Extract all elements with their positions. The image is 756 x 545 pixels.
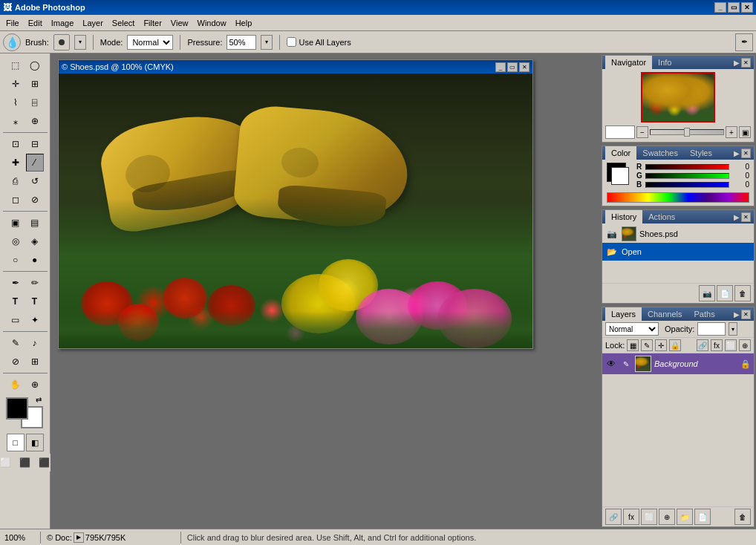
tool-background-eraser[interactable]: ⊘ <box>26 191 44 209</box>
switch-colors-icon[interactable]: ⇄ <box>36 396 46 406</box>
tool-zoom[interactable]: ⊕ <box>26 376 44 394</box>
tool-move[interactable]: ✛ <box>7 75 25 93</box>
layer-mask-button[interactable]: ⬜ <box>725 339 737 351</box>
restore-button[interactable]: ▭ <box>728 2 740 13</box>
background-color-chip[interactable] <box>611 167 629 185</box>
menu-help[interactable]: Help <box>231 16 257 30</box>
tab-layers[interactable]: Layers <box>605 307 642 321</box>
tool-gradient[interactable]: ▣ <box>7 214 25 232</box>
menu-filter[interactable]: Filter <box>139 16 166 30</box>
tool-brush[interactable]: ∕ <box>26 154 44 172</box>
layer-visibility-icon[interactable]: 👁 <box>605 358 617 370</box>
tool-vertical-text[interactable]: T <box>26 293 44 310</box>
navigator-zoom-slider[interactable] <box>650 129 724 135</box>
tab-channels[interactable]: Channels <box>642 307 688 321</box>
tool-shape[interactable]: ▭ <box>7 311 25 329</box>
tool-sharpen[interactable]: ◈ <box>26 232 44 250</box>
layer-item-background[interactable]: 👁 ✎ Background 🔒 <box>602 353 754 374</box>
status-doc-arrow-button[interactable]: ▶ <box>74 532 84 543</box>
history-close-button[interactable]: ✕ <box>741 212 751 222</box>
g-slider[interactable] <box>645 173 729 179</box>
tool-blur[interactable]: ◎ <box>7 232 25 250</box>
tool-pen[interactable]: ✒ <box>7 274 25 292</box>
layer-new-button[interactable]: 📄 <box>694 509 711 525</box>
tool-audio[interactable]: ♪ <box>26 334 44 352</box>
tool-lasso[interactable]: ⌇ <box>7 94 25 111</box>
tool-burn[interactable]: ● <box>26 251 44 269</box>
adjustment-layer-button[interactable]: ⊕ <box>739 339 751 351</box>
tool-slice[interactable]: ⊟ <box>26 135 44 153</box>
tab-paths[interactable]: Paths <box>688 307 721 321</box>
layer-new-adjustment-button[interactable]: ⊕ <box>659 509 675 525</box>
options-extra-button[interactable]: ✒ <box>735 33 753 51</box>
minimize-button[interactable]: _ <box>714 2 726 13</box>
link-layers-button[interactable]: 🔗 <box>697 339 708 351</box>
tab-navigator[interactable]: Navigator <box>605 56 652 69</box>
tab-history[interactable]: History <box>605 210 642 223</box>
tool-magic-wand[interactable]: ⁎ <box>7 112 25 130</box>
doc-close-button[interactable]: ✕ <box>519 62 529 72</box>
history-new-document-button[interactable]: 📄 <box>717 285 733 301</box>
color-spectrum[interactable] <box>607 192 749 203</box>
navigator-fit-button[interactable]: ▣ <box>739 126 751 138</box>
tool-marquee-ellipse[interactable]: ◯ <box>26 56 44 74</box>
brush-dropdown-button[interactable]: ▾ <box>74 35 86 50</box>
tool-custom-shape[interactable]: ✦ <box>26 311 44 329</box>
tool-eraser[interactable]: ◻ <box>7 191 25 209</box>
tab-styles[interactable]: Styles <box>684 146 718 160</box>
tab-actions[interactable]: Actions <box>642 210 681 223</box>
navigator-zoom-out-button[interactable]: − <box>636 126 648 138</box>
navigator-menu-button[interactable]: ▶ <box>734 59 740 67</box>
close-button[interactable]: ✕ <box>741 2 753 13</box>
tool-hand[interactable]: ✋ <box>7 376 25 394</box>
standard-mode-button[interactable]: □ <box>7 434 25 451</box>
tool-heal[interactable]: ✚ <box>7 154 25 172</box>
tool-freeform-pen[interactable]: ✏ <box>26 274 44 292</box>
pressure-dropdown-button[interactable]: ▾ <box>261 35 273 50</box>
lock-pixels-button[interactable]: ✎ <box>641 339 653 351</box>
layer-new-group-button[interactable]: 📁 <box>677 509 693 525</box>
screen-mode-standard[interactable]: ⬜ <box>0 454 15 471</box>
tool-history-brush[interactable]: ↺ <box>26 172 44 190</box>
tool-stamp[interactable]: ⎙ <box>7 172 25 190</box>
tool-paint-bucket[interactable]: ▤ <box>26 214 44 232</box>
navigator-zoom-input[interactable]: 100% <box>605 125 635 139</box>
tool-polygonal-lasso[interactable]: ⌸ <box>26 94 44 111</box>
history-item-open[interactable]: 📂 Open <box>602 243 754 261</box>
layer-link-button[interactable]: 🔗 <box>605 509 622 525</box>
document-title-bar[interactable]: © Shoes.psd @ 100% (CMYK) _ ▭ ✕ <box>59 60 532 74</box>
navigator-preview[interactable] <box>641 72 715 123</box>
doc-minimize-button[interactable]: _ <box>495 62 506 72</box>
color-menu-button[interactable]: ▶ <box>734 149 740 157</box>
layer-add-style-button[interactable]: fx <box>623 509 639 525</box>
tool-measure[interactable]: ⊞ <box>26 353 44 371</box>
navigator-zoom-in-button[interactable]: + <box>726 126 737 138</box>
lock-all-button[interactable]: 🔒 <box>669 339 681 351</box>
tool-quick-select[interactable]: ⊕ <box>26 112 44 130</box>
layer-style-button[interactable]: fx <box>711 339 723 351</box>
layers-close-button[interactable]: ✕ <box>741 310 751 319</box>
tool-text[interactable]: T <box>7 293 25 310</box>
lock-transparent-button[interactable]: ▦ <box>627 339 639 351</box>
layers-blend-mode-select[interactable]: Normal <box>605 322 659 336</box>
quick-mask-button[interactable]: ◧ <box>26 434 44 451</box>
menu-view[interactable]: View <box>166 16 193 30</box>
lock-position-button[interactable]: ✛ <box>655 339 667 351</box>
tool-notes[interactable]: ✎ <box>7 334 25 352</box>
use-all-layers-checkbox[interactable] <box>287 37 296 47</box>
tool-artboard[interactable]: ⊞ <box>26 75 44 93</box>
history-delete-button[interactable]: 🗑 <box>734 285 751 301</box>
tool-dodge[interactable]: ○ <box>7 251 25 269</box>
history-new-snapshot-button[interactable]: 📷 <box>699 285 715 301</box>
menu-window[interactable]: Window <box>193 16 231 30</box>
color-close-button[interactable]: ✕ <box>741 149 751 158</box>
menu-select[interactable]: Select <box>108 16 140 30</box>
r-slider[interactable] <box>645 164 729 170</box>
history-menu-button[interactable]: ▶ <box>734 213 740 221</box>
menu-file[interactable]: File <box>1 16 24 30</box>
navigator-close-button[interactable]: ✕ <box>741 58 751 68</box>
screen-mode-full-menu[interactable]: ⬛ <box>16 454 34 471</box>
layers-menu-button[interactable]: ▶ <box>734 310 740 319</box>
menu-layer[interactable]: Layer <box>78 16 108 30</box>
layers-opacity-input[interactable]: 100% <box>697 322 726 336</box>
